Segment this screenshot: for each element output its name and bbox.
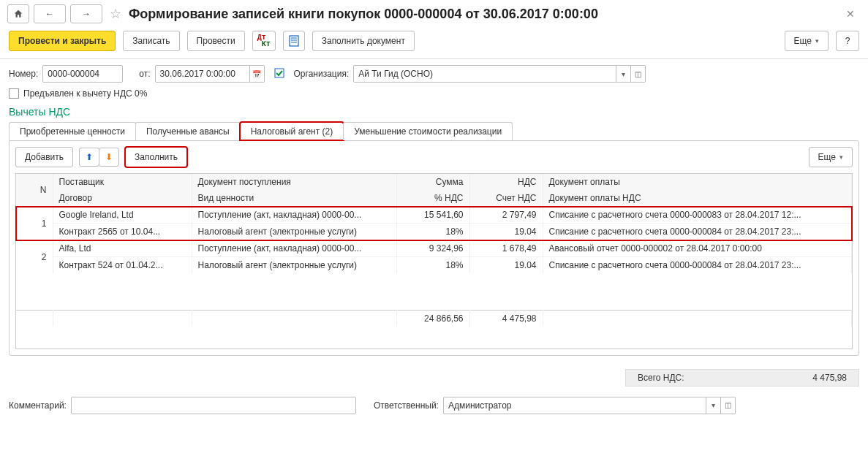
save-button[interactable]: Записать: [123, 31, 179, 51]
footer-totals-label: Всего НДС:: [638, 373, 684, 383]
dropdown-icon[interactable]: ▾: [706, 397, 721, 414]
cell-nds[interactable]: 2 797,49: [469, 207, 543, 224]
col-sum[interactable]: Сумма: [396, 174, 469, 190]
col-nds[interactable]: НДС: [469, 174, 543, 190]
cell-n[interactable]: 1: [16, 207, 53, 240]
tab-advances-received[interactable]: Полученные авансы: [135, 122, 241, 140]
cell-payndsdoc[interactable]: Списание с расчетного счета 0000-000084 …: [543, 224, 852, 240]
cell-sum[interactable]: 9 324,96: [396, 240, 469, 257]
cell-sum[interactable]: 15 541,60: [396, 207, 469, 224]
col-contract[interactable]: Договор: [53, 190, 192, 207]
number-input[interactable]: 0000-000004: [42, 65, 123, 83]
more-button[interactable]: Еще: [785, 31, 829, 51]
table-row[interactable]: 1 Google Ireland, Ltd Поступление (акт, …: [16, 207, 852, 240]
help-button[interactable]: ?: [836, 31, 859, 51]
cell-indoc[interactable]: Поступление (акт, накладная) 0000-00...: [192, 240, 396, 257]
col-indoc[interactable]: Документ поступления: [192, 174, 396, 190]
col-paydoc[interactable]: Документ оплаты: [543, 174, 852, 190]
vat0-checkbox[interactable]: [9, 88, 19, 99]
kt-icon: Кт: [262, 41, 271, 47]
calendar-icon[interactable]: 📅: [250, 65, 265, 83]
back-button[interactable]: ←: [34, 4, 66, 23]
table-totals-row: 24 866,56 4 475,98: [16, 310, 852, 327]
responsible-input-group[interactable]: Администратор ▾ ◫: [443, 397, 736, 414]
cell-supplier[interactable]: Alfa, Ltd: [53, 240, 192, 257]
col-acct[interactable]: Счет НДС: [469, 190, 543, 207]
cell-indoc[interactable]: Поступление (акт, накладная) 0000-00...: [192, 207, 396, 224]
organization-input-group[interactable]: Ай Ти Гид (ОСНО) ▾ ◫: [353, 65, 646, 83]
posted-flag-icon: [273, 67, 285, 81]
document-icon: [289, 35, 299, 47]
arrow-down-icon: ⬇: [105, 152, 113, 162]
cell-nds[interactable]: 1 678,49: [469, 240, 543, 257]
tab-purchased-values[interactable]: Приобретенные ценности: [9, 122, 136, 140]
total-sum: 24 866,56: [396, 310, 469, 327]
vat0-label: Предъявлен к вычету НДС 0%: [23, 88, 147, 99]
svg-rect-4: [275, 69, 284, 77]
forward-button[interactable]: →: [70, 4, 102, 23]
vat-table[interactable]: N Поставщик Документ поступления Сумма Н…: [16, 174, 852, 349]
move-up-button[interactable]: ⬆: [79, 148, 99, 167]
col-payndsdoc[interactable]: Документ оплаты НДС: [543, 190, 852, 207]
open-icon[interactable]: ◫: [721, 397, 736, 414]
col-pct[interactable]: % НДС: [396, 190, 469, 207]
cell-contract[interactable]: Контракт 2565 от 10.04...: [53, 224, 192, 240]
col-valtype[interactable]: Вид ценности: [192, 190, 396, 207]
organization-label: Организация:: [294, 69, 350, 79]
cell-paydoc[interactable]: Авансовый отчет 0000-000002 от 28.04.201…: [543, 240, 852, 257]
cell-valtype[interactable]: Налоговый агент (электронные услуги): [192, 257, 396, 274]
add-row-button[interactable]: Добавить: [15, 147, 73, 167]
home-button[interactable]: [7, 4, 29, 23]
comment-label: Комментарий:: [9, 400, 67, 411]
cell-pct[interactable]: 18%: [396, 257, 469, 274]
open-icon[interactable]: ◫: [631, 65, 646, 83]
cell-acct[interactable]: 19.04: [469, 224, 543, 240]
fill-document-button[interactable]: Заполнить документ: [312, 31, 415, 51]
responsible-label: Ответственный:: [374, 400, 439, 411]
total-nds: 4 475,98: [469, 310, 543, 327]
col-n[interactable]: N: [16, 174, 53, 207]
post-and-close-button[interactable]: Провести и закрыть: [9, 31, 116, 51]
close-icon[interactable]: ✕: [840, 8, 861, 20]
organization-input[interactable]: Ай Ти Гид (ОСНО): [353, 65, 616, 83]
page-title: Формирование записей книги покупок 0000-…: [129, 7, 598, 22]
tab-cost-reduction[interactable]: Уменьшение стоимости реализации: [343, 122, 513, 140]
cell-paydoc[interactable]: Списание с расчетного счета 0000-000083 …: [543, 207, 852, 224]
date-label: от:: [139, 69, 150, 79]
cell-pct[interactable]: 18%: [396, 224, 469, 240]
section-title: Вычеты НДС: [0, 104, 868, 122]
svg-rect-0: [290, 36, 298, 46]
footer-totals: Всего НДС: 4 475,98: [625, 369, 859, 387]
number-label: Номер:: [9, 69, 38, 79]
cell-contract[interactable]: Контракт 524 от 01.04.2...: [53, 257, 192, 274]
post-button[interactable]: Провести: [187, 31, 245, 51]
favorite-star-icon[interactable]: ☆: [110, 6, 121, 22]
dropdown-icon[interactable]: ▾: [616, 65, 631, 83]
structure-button[interactable]: [283, 31, 305, 51]
date-input[interactable]: 30.06.2017 0:00:00: [155, 65, 250, 83]
cell-valtype[interactable]: Налоговый агент (электронные услуги): [192, 224, 396, 240]
home-icon: [13, 9, 23, 19]
debit-credit-button[interactable]: Дт Кт: [252, 31, 276, 51]
col-supplier[interactable]: Поставщик: [53, 174, 192, 190]
tab-tax-agent[interactable]: Налоговый агент (2): [240, 122, 344, 140]
date-input-group[interactable]: 30.06.2017 0:00:00 📅: [155, 65, 265, 83]
cell-n[interactable]: 2: [16, 240, 53, 274]
table-row[interactable]: 2 Alfa, Ltd Поступление (акт, накладная)…: [16, 240, 852, 274]
comment-input[interactable]: [71, 397, 356, 414]
footer-totals-value: 4 475,98: [812, 373, 847, 383]
fill-table-button[interactable]: Заполнить: [125, 147, 187, 167]
arrow-up-icon: ⬆: [86, 152, 93, 162]
move-down-button[interactable]: ⬇: [99, 148, 119, 167]
cell-supplier[interactable]: Google Ireland, Ltd: [53, 207, 192, 224]
table-more-button[interactable]: Еще: [809, 147, 853, 167]
cell-payndsdoc[interactable]: Списание с расчетного счета 0000-000084 …: [543, 257, 852, 274]
responsible-input[interactable]: Администратор: [443, 397, 706, 414]
cell-acct[interactable]: 19.04: [469, 257, 543, 274]
